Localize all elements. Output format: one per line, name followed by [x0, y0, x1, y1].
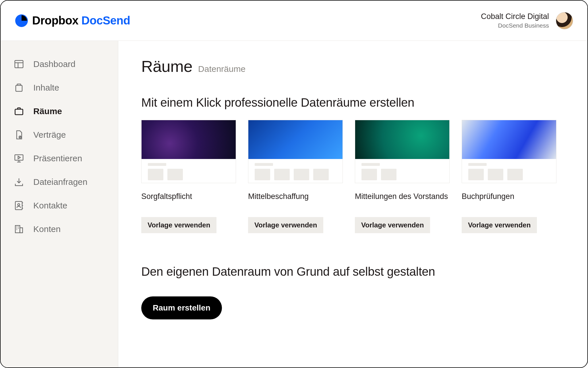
svg-rect-1 — [15, 60, 23, 68]
template-thumbnail[interactable] — [355, 120, 450, 183]
sidebar-item-dashboard[interactable]: Dashboard — [10, 52, 108, 76]
sidebar-item-label: Kontakte — [33, 201, 67, 210]
template-thumbnail[interactable] — [248, 120, 343, 183]
template-placeholder — [248, 159, 343, 183]
template-hero-image — [355, 120, 449, 159]
rooms-icon — [13, 106, 25, 117]
template-hero-image — [248, 120, 343, 159]
content-icon — [13, 82, 25, 93]
use-template-button[interactable]: Vorlage verwenden — [141, 217, 216, 233]
use-template-button[interactable]: Vorlage verwenden — [248, 217, 323, 233]
svg-point-12 — [18, 204, 20, 206]
svg-rect-5 — [15, 109, 23, 115]
avatar[interactable] — [556, 12, 573, 29]
template-card-fundraising: Mittelbeschaffung Vorlage verwenden — [248, 120, 343, 233]
svg-rect-4 — [16, 85, 22, 91]
sidebar-item-label: Verträge — [33, 130, 66, 140]
sidebar-item-contacts[interactable]: Kontakte — [10, 194, 108, 217]
page-title: Räume — [141, 57, 192, 76]
templates-heading: Mit einem Klick professionelle Datenräum… — [141, 96, 564, 110]
svg-rect-7 — [15, 155, 23, 160]
account-name: Cobalt Circle Digital — [481, 12, 549, 21]
template-title: Mitteilungen des Vorstands — [355, 191, 450, 212]
template-title: Buchprüfungen — [462, 191, 556, 212]
sidebar-item-label: Präsentieren — [33, 154, 82, 163]
use-template-button[interactable]: Vorlage verwenden — [462, 217, 537, 233]
brand-docsend: DocSend — [82, 14, 130, 27]
app-frame: Dropbox DocSend Cobalt Circle Digital Do… — [0, 0, 588, 368]
template-placeholder — [142, 159, 236, 183]
header: Dropbox DocSend Cobalt Circle Digital Do… — [1, 1, 587, 41]
template-card-board-comms: Mitteilungen des Vorstands Vorlage verwe… — [355, 120, 450, 233]
template-hero-image — [462, 120, 556, 159]
contacts-icon — [13, 200, 25, 211]
template-thumbnail[interactable] — [141, 120, 236, 183]
brand-text: Dropbox DocSend — [32, 14, 130, 27]
present-icon — [13, 153, 25, 164]
svg-rect-17 — [20, 228, 23, 233]
template-grid: Sorgfaltspflicht Vorlage verwenden Mitte… — [141, 120, 564, 233]
template-hero-image — [142, 120, 236, 159]
template-title: Sorgfaltspflicht — [141, 191, 236, 212]
sidebar-item-present[interactable]: Präsentieren — [10, 147, 108, 170]
brand[interactable]: Dropbox DocSend — [15, 14, 130, 27]
sidebar: Dashboard Inhalte Räum — [1, 41, 118, 367]
sidebar-item-content[interactable]: Inhalte — [10, 76, 108, 99]
create-heading: Den eigenen Datenraum von Grund auf selb… — [141, 265, 564, 279]
use-template-button[interactable]: Vorlage verwenden — [355, 217, 430, 233]
svg-rect-16 — [15, 225, 20, 233]
sidebar-item-label: Inhalte — [33, 83, 59, 93]
template-title: Mittelbeschaffung — [248, 191, 343, 212]
sidebar-item-label: Dateianfragen — [33, 177, 87, 187]
page-title-row: Räume Datenräume — [141, 57, 564, 76]
page-subtitle: Datenräume — [198, 64, 245, 74]
account-plan: DocSend Business — [481, 22, 549, 29]
svg-marker-8 — [18, 156, 20, 159]
sidebar-item-file-requests[interactable]: Dateianfragen — [10, 170, 108, 194]
main: Räume Datenräume Mit einem Klick profess… — [118, 41, 587, 367]
file-request-icon — [13, 177, 25, 187]
template-card-due-diligence: Sorgfaltspflicht Vorlage verwenden — [141, 120, 236, 233]
sidebar-item-label: Räume — [33, 106, 62, 116]
dashboard-icon — [13, 59, 25, 70]
sidebar-item-accounts[interactable]: Konten — [10, 217, 108, 241]
template-thumbnail[interactable] — [462, 120, 556, 183]
brand-dropbox: Dropbox — [32, 14, 78, 27]
account-block[interactable]: Cobalt Circle Digital DocSend Business — [481, 12, 573, 29]
sidebar-item-contracts[interactable]: Verträge — [10, 123, 108, 147]
sidebar-item-rooms[interactable]: Räume — [10, 99, 108, 123]
template-placeholder — [355, 159, 449, 183]
dropbox-logo-icon — [15, 14, 28, 27]
template-card-audits: Buchprüfungen Vorlage verwenden — [462, 120, 556, 233]
contracts-icon — [13, 129, 25, 140]
template-placeholder — [462, 159, 556, 183]
account-text: Cobalt Circle Digital DocSend Business — [481, 12, 549, 29]
sidebar-item-label: Konten — [33, 224, 61, 234]
create-room-button[interactable]: Raum erstellen — [141, 296, 222, 319]
sidebar-item-label: Dashboard — [33, 59, 76, 69]
accounts-icon — [13, 224, 25, 235]
